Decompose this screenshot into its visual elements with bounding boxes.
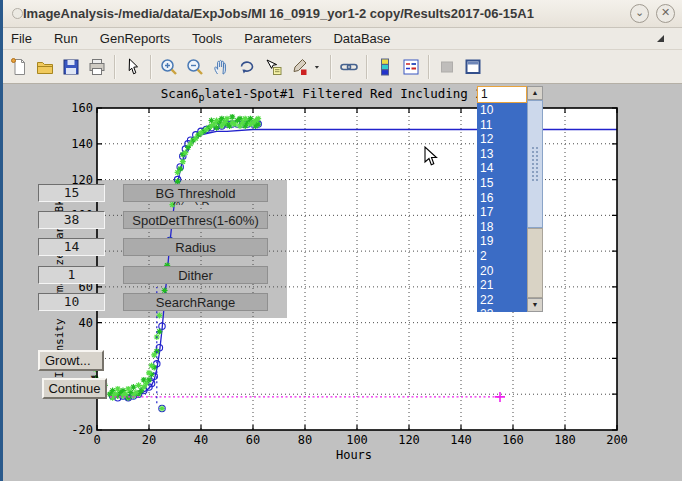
toolbar-separator bbox=[114, 55, 116, 79]
spot-list-item-18[interactable]: 18 bbox=[477, 220, 527, 235]
spot-list-item-17[interactable]: 17 bbox=[477, 205, 527, 220]
radius-label: Radius bbox=[123, 238, 268, 256]
dock-figure-icon[interactable] bbox=[460, 53, 486, 81]
bg-threshold-sublabel-clipped: (%...) D... bbox=[123, 200, 268, 205]
svg-text:Hours: Hours bbox=[336, 448, 372, 462]
brush-icon[interactable] bbox=[286, 53, 312, 81]
open-file-icon[interactable] bbox=[32, 53, 58, 81]
menu-run[interactable]: Run bbox=[43, 28, 89, 49]
spot-list-item-16[interactable]: 16 bbox=[477, 191, 527, 206]
background-window-edge bbox=[0, 0, 3, 481]
insert-legend-icon[interactable] bbox=[398, 53, 424, 81]
toolbar bbox=[0, 50, 682, 84]
rotate-3d-icon[interactable] bbox=[234, 53, 260, 81]
spot-list-item-2[interactable]: 2 bbox=[477, 249, 527, 264]
menu-genreports[interactable]: GenReports bbox=[89, 28, 181, 49]
spot-list-item-20[interactable]: 20 bbox=[477, 264, 527, 279]
growth-mode-dropdown[interactable]: Growt... ▼ bbox=[38, 350, 104, 371]
searchrange-input[interactable]: 10 bbox=[38, 293, 105, 311]
dither-input[interactable]: 1 bbox=[38, 266, 105, 284]
menu-overflow-icon[interactable] bbox=[657, 35, 664, 42]
spot-list-item-11[interactable]: 11 bbox=[477, 118, 527, 133]
zoom-in-icon[interactable] bbox=[156, 53, 182, 81]
svg-text:20: 20 bbox=[142, 433, 156, 447]
bg-threshold-input[interactable]: 15 bbox=[38, 184, 105, 202]
scrollbar-down-icon[interactable]: ▼ bbox=[527, 298, 543, 312]
svg-text:100: 100 bbox=[346, 433, 368, 447]
pan-hand-icon[interactable] bbox=[208, 53, 234, 81]
title-bar[interactable]: ImageAnalysis-/media/data/ExpJobs/MI 16_… bbox=[0, 0, 682, 28]
spot-list-item-15[interactable]: 15 bbox=[477, 176, 527, 191]
svg-text:40: 40 bbox=[79, 316, 93, 330]
scrollbar-thumb[interactable] bbox=[527, 100, 543, 228]
spotdetthres-1-60-input[interactable]: 38 bbox=[38, 211, 105, 229]
window-icon bbox=[12, 8, 23, 19]
svg-text:140: 140 bbox=[450, 433, 472, 447]
svg-text:80: 80 bbox=[298, 433, 312, 447]
toolbar-separator bbox=[428, 55, 430, 79]
searchrange-label: SearchRange bbox=[123, 293, 268, 311]
toolbar-separator bbox=[330, 55, 332, 79]
save-figure-icon[interactable] bbox=[58, 53, 84, 81]
svg-text:0: 0 bbox=[93, 433, 100, 447]
svg-text:120: 120 bbox=[398, 433, 420, 447]
spot-list-item-14[interactable]: 14 bbox=[477, 161, 527, 176]
link-plots-icon[interactable] bbox=[336, 53, 362, 81]
hide-plot-tools-icon[interactable] bbox=[434, 53, 460, 81]
scrollbar-track[interactable] bbox=[527, 228, 543, 298]
mouse-cursor-icon bbox=[424, 146, 438, 166]
spot-list-item-12[interactable]: 12 bbox=[477, 132, 527, 147]
menu-tools[interactable]: Tools bbox=[181, 28, 233, 49]
spot-list-item-22[interactable]: 22 bbox=[477, 293, 527, 308]
growth-dropdown-label: Growt... bbox=[45, 353, 91, 368]
spot-list-item-21[interactable]: 21 bbox=[477, 278, 527, 293]
spot-list-scrollbar: ▲ ▼ bbox=[527, 86, 543, 312]
toolbar-separator bbox=[366, 55, 368, 79]
spot-list-item-19[interactable]: 19 bbox=[477, 234, 527, 249]
zoom-out-icon[interactable] bbox=[182, 53, 208, 81]
svg-text:200: 200 bbox=[606, 433, 628, 447]
menu-parameters[interactable]: Parameters bbox=[233, 28, 322, 49]
radius-input[interactable]: 14 bbox=[38, 238, 105, 256]
spot-number-input[interactable]: 1 bbox=[477, 86, 527, 103]
svg-text:140: 140 bbox=[71, 137, 93, 151]
new-figure-icon[interactable] bbox=[6, 53, 32, 81]
spotdetthres-1-60-label: SpotDetThres(1-60%) bbox=[123, 211, 268, 229]
spot-list-item-23[interactable]: 23 bbox=[477, 307, 527, 312]
toolbar-separator bbox=[150, 55, 152, 79]
scrollbar-grip bbox=[531, 146, 540, 182]
svg-text:-20: -20 bbox=[71, 423, 93, 437]
close-button[interactable]: ✕ bbox=[656, 4, 675, 23]
edit-arrow-icon[interactable] bbox=[120, 53, 146, 81]
spot-list-item-10[interactable]: 10 bbox=[477, 103, 527, 118]
menu-database[interactable]: DataBase bbox=[322, 28, 401, 49]
window-chrome: ImageAnalysis-/media/data/ExpJobs/MI 16_… bbox=[0, 0, 682, 84]
svg-text:160: 160 bbox=[502, 433, 524, 447]
menu-bar: FileRunGenReportsToolsParametersDataBase bbox=[0, 28, 682, 50]
svg-text:40: 40 bbox=[194, 433, 208, 447]
spot-number-list: 10111213141516171819220212223 bbox=[477, 103, 527, 312]
dither-label: Dither bbox=[123, 266, 268, 284]
continue-button[interactable]: Continue bbox=[42, 378, 107, 399]
svg-text:160: 160 bbox=[71, 101, 93, 115]
svg-text:180: 180 bbox=[554, 433, 576, 447]
window-title: ImageAnalysis-/media/data/ExpJobs/MI 16_… bbox=[23, 6, 630, 21]
data-cursor-icon[interactable] bbox=[260, 53, 286, 81]
menu-file[interactable]: File bbox=[0, 28, 43, 49]
brush-caret-icon[interactable] bbox=[312, 53, 326, 81]
scrollbar-up-icon[interactable]: ▲ bbox=[527, 86, 543, 100]
insert-colorbar-icon[interactable] bbox=[372, 53, 398, 81]
spot-list-item-13[interactable]: 13 bbox=[477, 147, 527, 162]
minimize-button[interactable]: ⌄ bbox=[630, 4, 649, 23]
svg-text:60: 60 bbox=[246, 433, 260, 447]
print-icon[interactable] bbox=[84, 53, 110, 81]
